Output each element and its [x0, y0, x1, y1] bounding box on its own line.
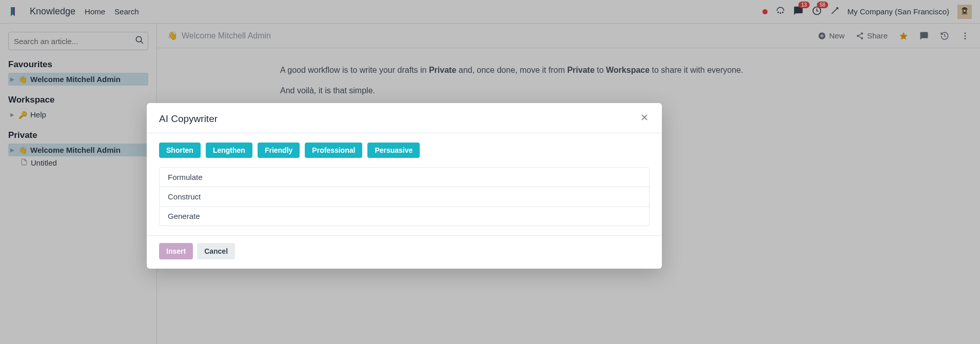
- modal-footer: Insert Cancel: [147, 235, 662, 269]
- modal-body: Shorten Lengthen Friendly Professional P…: [147, 133, 662, 235]
- suggestion-generate[interactable]: Generate: [160, 207, 649, 226]
- pill-friendly[interactable]: Friendly: [258, 143, 300, 158]
- cancel-button[interactable]: Cancel: [197, 243, 235, 259]
- close-icon[interactable]: [639, 112, 650, 126]
- tone-pill-row: Shorten Lengthen Friendly Professional P…: [159, 143, 650, 158]
- insert-button[interactable]: Insert: [159, 243, 193, 259]
- suggestion-construct[interactable]: Construct: [160, 187, 649, 207]
- modal-title: AI Copywriter: [159, 113, 218, 125]
- modal-header: AI Copywriter: [147, 103, 662, 133]
- pill-professional[interactable]: Professional: [305, 143, 362, 158]
- pill-persuasive[interactable]: Persuasive: [367, 143, 420, 158]
- suggestion-list: Formulate Construct Generate: [159, 167, 650, 226]
- pill-lengthen[interactable]: Lengthen: [206, 143, 252, 158]
- pill-shorten[interactable]: Shorten: [159, 143, 201, 158]
- suggestion-formulate[interactable]: Formulate: [160, 168, 649, 187]
- ai-copywriter-modal: AI Copywriter Shorten Lengthen Friendly …: [147, 103, 662, 269]
